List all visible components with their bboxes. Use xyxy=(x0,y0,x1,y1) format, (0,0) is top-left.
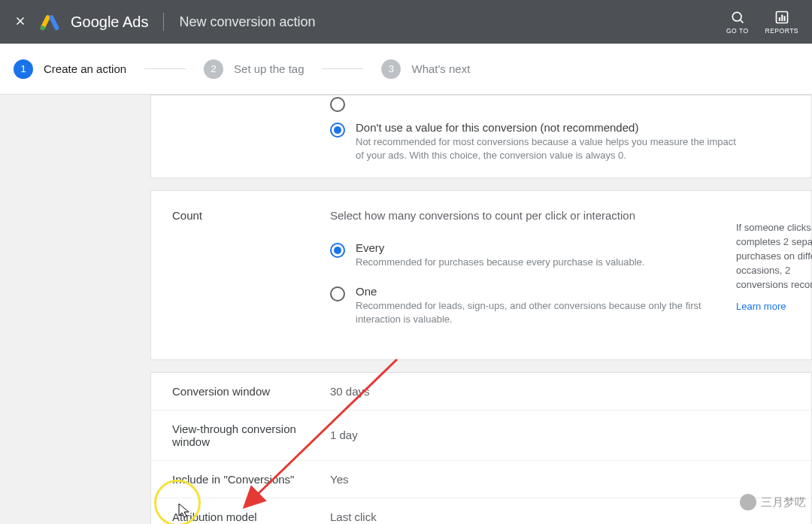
svg-rect-3 xyxy=(779,17,780,21)
row-conversion-window[interactable]: Conversion window 30 days xyxy=(151,373,811,410)
search-button[interactable]: GO TO xyxy=(726,10,749,35)
radio-description: Not recommended for most conversions bec… xyxy=(356,135,747,162)
learn-more-link[interactable]: Learn more xyxy=(736,300,812,314)
radio-icon[interactable] xyxy=(330,286,345,301)
row-label: Include in "Conversions" xyxy=(172,473,330,486)
row-label: View-through conversion window xyxy=(172,423,330,448)
header-divider xyxy=(163,13,164,31)
radio-dont-use-value[interactable]: Don't use a value for this conversion (n… xyxy=(172,121,790,162)
count-prompt: Select how many conversions to count per… xyxy=(330,209,790,222)
row-viewthrough-window[interactable]: View-through conversion window 1 day xyxy=(151,410,811,461)
row-attribution-model[interactable]: Attribution model Last click xyxy=(151,498,811,524)
radio-icon[interactable] xyxy=(330,123,345,138)
close-icon xyxy=(14,14,27,28)
row-include-conversions[interactable]: Include in "Conversions" Yes xyxy=(151,461,811,498)
radio-title: Every xyxy=(356,241,644,254)
step-label: Set up the tag xyxy=(234,62,304,75)
radio-icon[interactable] xyxy=(330,243,345,258)
step-whats-next[interactable]: 3 What's next xyxy=(381,59,470,79)
radio-description: Recommended for purchases because every … xyxy=(356,256,644,269)
row-label: Conversion window xyxy=(172,385,330,398)
step-number: 2 xyxy=(204,59,223,79)
count-label: Count xyxy=(172,209,330,341)
radio-title: One xyxy=(356,285,747,298)
svg-point-1 xyxy=(732,12,741,21)
help-text: If someone clicks completes 2 separate p… xyxy=(736,222,812,289)
radio-use-different-values[interactable] xyxy=(172,95,790,112)
row-value: 30 days xyxy=(330,385,370,398)
step-label: Create an action xyxy=(44,62,126,75)
search-icon xyxy=(730,10,745,25)
reports-button[interactable]: REPORTS xyxy=(765,10,798,35)
value-card: Don't use a value for this conversion (n… xyxy=(150,95,812,178)
step-setup-tag[interactable]: 2 Set up the tag xyxy=(204,59,304,79)
row-value: 1 day xyxy=(330,429,358,441)
step-number: 3 xyxy=(381,59,401,79)
app-header: Google Ads New conversion action GO TO R… xyxy=(0,0,812,44)
search-label: GO TO xyxy=(726,27,749,35)
close-button[interactable] xyxy=(14,14,27,30)
progress-stepper: 1 Create an action 2 Set up the tag 3 Wh… xyxy=(0,44,812,95)
row-value: Yes xyxy=(330,473,348,486)
row-label: Attribution model xyxy=(172,510,330,523)
count-card: Count Select how many conversions to cou… xyxy=(150,190,812,360)
svg-point-0 xyxy=(41,26,45,30)
step-number: 1 xyxy=(14,59,33,79)
settings-card: Conversion window 30 days View-through c… xyxy=(150,372,812,524)
step-connector xyxy=(144,68,186,69)
step-label: What's next xyxy=(411,62,470,75)
svg-rect-4 xyxy=(781,14,783,20)
radio-description: Recommended for leads, sign-ups, and oth… xyxy=(356,299,747,326)
row-value: Last click xyxy=(330,510,377,523)
brand-title: Google Ads xyxy=(71,14,148,31)
radio-count-one[interactable]: One Recommended for leads, sign-ups, and… xyxy=(330,285,790,326)
step-connector xyxy=(322,68,363,69)
svg-rect-5 xyxy=(783,16,785,21)
radio-title: Don't use a value for this conversion (n… xyxy=(356,121,747,134)
radio-icon[interactable] xyxy=(330,97,345,112)
google-ads-logo-icon xyxy=(39,11,60,32)
step-create-action[interactable]: 1 Create an action xyxy=(14,59,126,79)
page-title: New conversion action xyxy=(179,14,315,30)
help-panel: If someone clicks completes 2 separate p… xyxy=(736,221,812,313)
radio-count-every[interactable]: Every Recommended for purchases because … xyxy=(330,241,790,269)
reports-label: REPORTS xyxy=(765,27,798,35)
reports-icon xyxy=(774,10,789,25)
